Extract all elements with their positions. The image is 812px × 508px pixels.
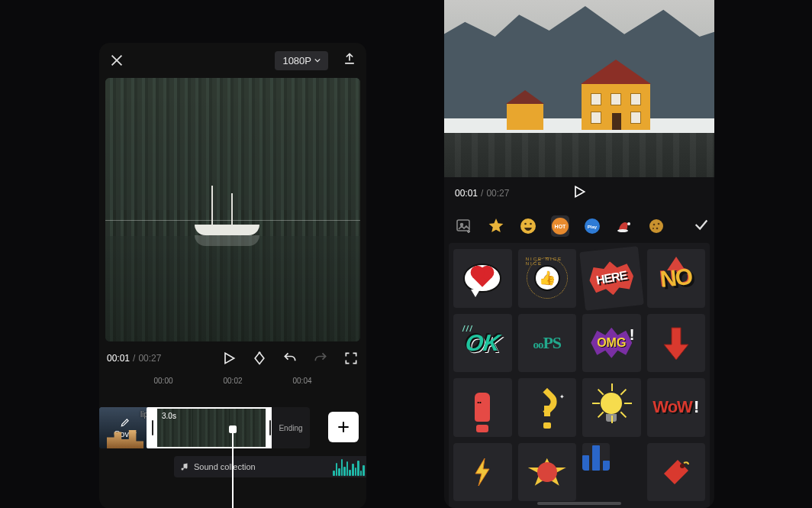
- sticker-panel: 👍 HERE NO ///OK ooPS OMG! ••✦: [449, 243, 710, 508]
- sticker-yellow-question[interactable]: ✦: [518, 378, 577, 437]
- sticker-ok-green[interactable]: ///OK: [453, 314, 512, 373]
- sticker-oops[interactable]: ooPS: [518, 314, 577, 373]
- trim-handle-left[interactable]: [148, 409, 157, 447]
- svg-point-16: [680, 464, 685, 468]
- sticker-red-exclaim[interactable]: ••✦: [453, 378, 512, 437]
- editor-screen: 1080P 00:01 / 00:27: [99, 43, 366, 508]
- playback-controls: 00:01 / 00:27: [444, 177, 714, 209]
- svg-point-10: [627, 222, 630, 225]
- sticker-wow[interactable]: WoW!: [647, 378, 706, 437]
- svg-point-3: [524, 223, 527, 225]
- playback-controls: 00:01 / 00:27: [99, 341, 366, 375]
- sticker-price-tag[interactable]: [647, 443, 706, 502]
- svg-point-13: [658, 223, 660, 225]
- current-time: 00:01: [455, 188, 478, 199]
- sticker-omg-burst[interactable]: OMG!: [582, 314, 641, 373]
- tick-label: 00:04: [292, 377, 311, 385]
- play-icon[interactable]: [221, 351, 237, 366]
- sticker-lightning[interactable]: [453, 443, 512, 502]
- tick-label: 00:00: [153, 377, 172, 385]
- cover-label: Cover: [114, 429, 136, 438]
- clip-cover[interactable]: lip Cover: [99, 407, 151, 448]
- cover-button[interactable]: Cover: [99, 407, 151, 448]
- time-display: 00:01 / 00:27: [107, 353, 161, 364]
- svg-text:HOT: HOT: [555, 224, 567, 229]
- top-bar: 1080P: [99, 43, 366, 78]
- clip-duration-label: 3.0s: [162, 412, 176, 420]
- undo-icon[interactable]: [282, 351, 298, 366]
- sticker-sun-burst[interactable]: [518, 443, 577, 502]
- sticker-here-burst[interactable]: HERE: [579, 246, 643, 310]
- sticker-categories: HOT Play: [444, 209, 714, 243]
- svg-text:Play: Play: [588, 225, 598, 229]
- chevron-down-icon: [314, 57, 321, 63]
- category-santa-hat[interactable]: [615, 215, 633, 237]
- total-duration: 00:27: [486, 188, 509, 199]
- video-preview[interactable]: [105, 78, 360, 341]
- sound-label: Sound collection: [194, 462, 256, 471]
- music-note-icon: [180, 462, 189, 471]
- svg-point-2: [520, 218, 536, 234]
- sticker-red-arrow-down[interactable]: [647, 314, 706, 373]
- category-hot[interactable]: HOT: [551, 215, 569, 237]
- total-duration: 00:27: [138, 353, 161, 364]
- category-emoji[interactable]: [519, 215, 537, 237]
- fullscreen-icon[interactable]: [343, 351, 359, 366]
- keyframe-icon[interactable]: [252, 351, 267, 366]
- sticker-grid: 👍 HERE NO ///OK ooPS OMG! ••✦: [453, 249, 705, 501]
- sticker-no-flame[interactable]: NO: [647, 249, 706, 308]
- sticker-lightbulb[interactable]: [582, 378, 641, 437]
- sticker-nice-thumb[interactable]: 👍: [518, 249, 577, 308]
- play-icon[interactable]: [572, 184, 587, 202]
- category-cookie[interactable]: [647, 215, 665, 237]
- sticker-heart-bubble[interactable]: [453, 249, 512, 308]
- current-time: 00:01: [107, 353, 130, 364]
- tick-label: 00:02: [223, 377, 242, 385]
- timeline-ruler[interactable]: 00:00 00:02 00:04: [99, 377, 366, 392]
- svg-point-4: [530, 223, 532, 225]
- playhead[interactable]: [232, 429, 234, 508]
- time-display: 00:01 / 00:27: [455, 188, 509, 199]
- home-indicator: [537, 502, 621, 505]
- close-icon[interactable]: [108, 52, 125, 69]
- add-clip-button[interactable]: [328, 412, 359, 442]
- redo-icon: [313, 351, 328, 366]
- svg-point-15: [652, 228, 654, 229]
- pencil-icon: [120, 417, 130, 428]
- resolution-dropdown[interactable]: 1080P: [275, 51, 328, 70]
- sticker-bar-chart[interactable]: [582, 443, 610, 471]
- svg-point-14: [656, 228, 659, 230]
- category-image-add[interactable]: [455, 215, 473, 237]
- video-preview[interactable]: [444, 0, 714, 177]
- sticker-screen: 00:01 / 00:27 HOT Play: [444, 0, 714, 508]
- resolution-label: 1080P: [282, 55, 311, 66]
- svg-point-9: [617, 229, 628, 232]
- ending-label: Ending: [279, 424, 302, 432]
- svg-point-11: [649, 219, 663, 233]
- category-star[interactable]: [487, 215, 505, 237]
- clip-ending[interactable]: Ending: [272, 407, 310, 448]
- waveform: [331, 456, 366, 477]
- confirm-icon[interactable]: [693, 216, 710, 236]
- selected-clip[interactable]: 3.0s: [147, 407, 276, 448]
- category-play-badge[interactable]: Play: [583, 215, 601, 237]
- export-icon[interactable]: [342, 51, 357, 70]
- svg-point-12: [653, 224, 656, 226]
